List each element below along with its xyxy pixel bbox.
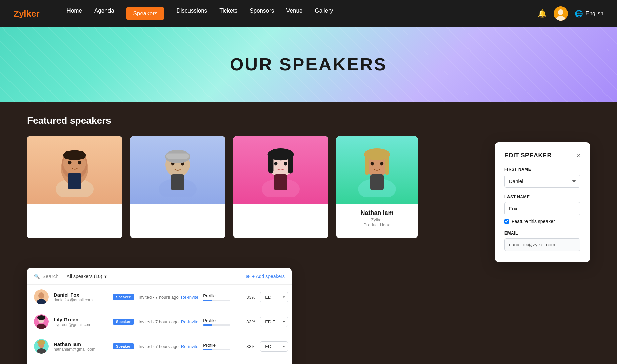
svg-rect-24 xyxy=(268,155,273,174)
profile-col-nathan: Profile xyxy=(203,343,237,350)
nav-agenda[interactable]: Agenda xyxy=(94,7,114,20)
edit-button-nathan[interactable]: EDIT xyxy=(260,342,280,351)
profile-bar-fill-lily xyxy=(203,324,212,326)
profile-bar-track-daniel xyxy=(203,300,230,301)
list-info-nathan: Nathan Iam nathaniam@gmail.com xyxy=(54,341,108,352)
reinvite-link-lily[interactable]: Re-invite xyxy=(181,319,198,324)
svg-rect-17 xyxy=(166,153,189,159)
add-speakers-button[interactable]: ⊕ + Add speakers xyxy=(246,274,285,279)
edit-chevron-lily[interactable]: ▾ xyxy=(280,317,288,326)
speaker-badge-daniel: Speaker xyxy=(113,294,134,300)
profile-bar-track-nathan xyxy=(203,349,230,350)
edit-btn-group-nathan[interactable]: EDIT ▾ xyxy=(260,341,288,352)
edit-button-daniel[interactable]: EDIT xyxy=(260,292,280,302)
reinvite-link-daniel[interactable]: Re-invite xyxy=(181,295,198,300)
edit-panel-header: EDIT SPEAKER × xyxy=(504,152,580,159)
nav-sponsors[interactable]: Sponsors xyxy=(250,7,274,20)
email-input[interactable] xyxy=(504,238,580,251)
feature-checkbox-label[interactable]: Feature this speaker xyxy=(504,219,580,224)
svg-rect-33 xyxy=(385,155,389,175)
edit-button-lily[interactable]: EDIT xyxy=(260,317,280,327)
list-row-john: John Wick johnwick@gmail.com Speaker Inv… xyxy=(27,359,292,364)
svg-point-1 xyxy=(558,9,563,15)
first-name-select[interactable]: Daniel xyxy=(504,175,580,188)
email-label: EMAIL xyxy=(504,231,580,236)
list-avatar-lily xyxy=(34,314,49,329)
list-email-lily: lilygreen@gmail.com xyxy=(54,322,108,327)
speaker-card-daniel[interactable] xyxy=(27,136,122,238)
list-row-daniel: Daniel Fox danielfox@gmail.com Speaker I… xyxy=(27,285,292,309)
speakers-list-panel: 🔍 Search All speakers (10) ▾ ⊕ + Add spe… xyxy=(27,268,292,364)
all-speakers-dropdown[interactable]: All speakers (10) ▾ xyxy=(67,274,107,279)
profile-label-nathan: Profile xyxy=(203,343,237,348)
svg-point-29 xyxy=(371,162,374,165)
list-avatar-daniel xyxy=(34,289,49,304)
nav-home[interactable]: Home xyxy=(67,7,82,20)
nav-links: Home Agenda Speakers Discussions Tickets… xyxy=(67,7,538,20)
svg-point-36 xyxy=(38,292,44,299)
language-label: English xyxy=(586,11,603,17)
svg-rect-32 xyxy=(365,155,369,175)
svg-point-45 xyxy=(37,340,45,345)
speaker-name-nathan: Nathan Iam xyxy=(342,209,412,217)
edit-chevron-nathan[interactable]: ▾ xyxy=(280,342,288,351)
svg-point-22 xyxy=(284,162,287,165)
profile-col-lily: Profile xyxy=(203,318,237,326)
dropdown-label: All speakers (10) xyxy=(67,274,102,279)
speaker-info-nathan: Nathan Iam Zylker Product Head xyxy=(336,204,418,233)
profile-col-daniel: Profile xyxy=(203,293,237,301)
nav-gallery[interactable]: Gallery xyxy=(315,7,333,20)
chevron-down-icon: ▾ xyxy=(104,274,107,279)
brand-logo[interactable]: Zylker xyxy=(14,8,40,19)
svg-rect-25 xyxy=(288,155,293,174)
speaker-card-lily[interactable] xyxy=(233,136,328,238)
speaker-card-nathan[interactable]: Nathan Iam Zylker Product Head xyxy=(336,136,418,238)
user-avatar[interactable] xyxy=(554,6,568,21)
nav-discussions[interactable]: Discussions xyxy=(176,7,207,20)
nav-speakers[interactable]: Speakers xyxy=(126,7,164,20)
edit-chevron-daniel[interactable]: ▾ xyxy=(280,292,288,302)
first-name-label: FIRST NAME xyxy=(504,167,580,172)
svg-point-10 xyxy=(63,150,86,160)
list-info-lily: Lily Green lilygreen@gmail.com xyxy=(54,317,108,327)
edit-speaker-panel: EDIT SPEAKER × FIRST NAME Daniel LAST NA… xyxy=(495,142,590,262)
profile-bar-track-lily xyxy=(203,324,230,326)
nav-tickets[interactable]: Tickets xyxy=(219,7,237,20)
speaker-badge-lily: Speaker xyxy=(113,319,134,325)
hero-banner: OUR SPEAKERS xyxy=(0,27,617,102)
svg-rect-11 xyxy=(68,173,81,189)
nav-right: 🔔 🌐 English xyxy=(538,6,603,21)
list-info-daniel: Daniel Fox danielfox@gmail.com xyxy=(54,292,108,302)
nav-venue[interactable]: Venue xyxy=(286,7,302,20)
svg-point-7 xyxy=(68,161,72,164)
feature-checkbox-input[interactable] xyxy=(504,219,509,224)
avatar-lily xyxy=(233,136,328,204)
svg-point-21 xyxy=(274,162,278,165)
last-name-label: LAST NAME xyxy=(504,195,580,199)
invited-text-lily: Invited · 7 hours ago Re-invite xyxy=(139,319,198,324)
avatar-nathan xyxy=(336,136,418,204)
close-edit-panel-button[interactable]: × xyxy=(576,152,580,159)
reinvite-link-nathan[interactable]: Re-invite xyxy=(181,344,198,349)
last-name-input[interactable] xyxy=(504,202,580,215)
invited-text-daniel: Invited · 7 hours ago Re-invite xyxy=(139,295,198,300)
speaker-card-john[interactable] xyxy=(130,136,225,238)
search-label: Search xyxy=(42,273,59,279)
edit-btn-group-daniel[interactable]: EDIT ▾ xyxy=(260,292,288,302)
search-box[interactable]: 🔍 Search xyxy=(34,273,59,279)
language-selector[interactable]: 🌐 English xyxy=(575,9,603,18)
svg-point-41 xyxy=(37,315,45,320)
invited-text-nathan: Invited · 7 hours ago Re-invite xyxy=(139,344,198,349)
profile-bar-fill-nathan xyxy=(203,349,212,350)
notification-bell-icon[interactable]: 🔔 xyxy=(538,9,547,18)
pct-daniel: 33% xyxy=(242,295,255,300)
avatar-daniel xyxy=(27,136,122,204)
svg-point-8 xyxy=(78,161,81,164)
profile-label-lily: Profile xyxy=(203,318,237,323)
edit-btn-group-lily[interactable]: EDIT ▾ xyxy=(260,317,288,327)
list-name-nathan: Nathan Iam xyxy=(54,341,108,347)
list-row-lily: Lily Green lilygreen@gmail.com Speaker I… xyxy=(27,309,292,334)
hero-title: OUR SPEAKERS xyxy=(230,54,387,75)
list-avatar-nathan xyxy=(34,339,49,354)
profile-label-daniel: Profile xyxy=(203,293,237,298)
